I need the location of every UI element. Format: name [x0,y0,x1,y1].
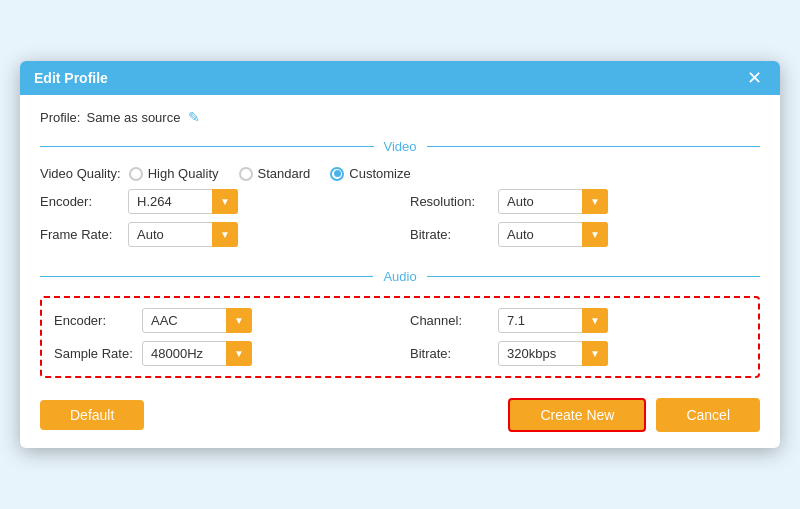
dialog-body: Profile: Same as source ✎ Video Video Qu… [20,95,780,448]
audio-bitrate-row: Bitrate: 320kbps 256kbps 192kbps 128kbps [410,341,746,366]
audio-encoder-select-wrapper: AAC MP3 AC3 [142,308,252,333]
audio-bitrate-select[interactable]: 320kbps 256kbps 192kbps 128kbps [498,341,608,366]
audio-bitrate-select-wrapper: 320kbps 256kbps 192kbps 128kbps [498,341,608,366]
audio-form-grid: Encoder: AAC MP3 AC3 Channel: 7 [54,308,746,366]
framerate-select[interactable]: Auto 23.97 30 [128,222,238,247]
title-bar: Edit Profile ✕ [20,61,780,95]
video-details-grid: Encoder: H.264 H.265 MPEG-4 Resolution: … [40,189,760,247]
radio-customize [330,167,344,181]
quality-high-label: High Quality [148,166,219,181]
video-section-header: Video [40,139,760,154]
video-bitrate-row: Bitrate: Auto 8000k 4000k [410,222,760,247]
video-line-right [427,146,761,147]
audio-section-title: Audio [373,269,426,284]
radio-dot [334,170,341,177]
video-line-left [40,146,374,147]
channel-select[interactable]: 7.1 5.1 Stereo Mono [498,308,608,333]
video-bitrate-select-wrapper: Auto 8000k 4000k [498,222,608,247]
resolution-select-wrapper: Auto 1920x1080 1280x720 [498,189,608,214]
cancel-button[interactable]: Cancel [656,398,760,432]
framerate-label: Frame Rate: [40,227,120,242]
framerate-select-wrapper: Auto 23.97 30 [128,222,238,247]
footer-row: Default Create New Cancel [40,394,760,432]
create-new-button[interactable]: Create New [508,398,646,432]
quality-option-standard[interactable]: Standard [239,166,311,181]
video-bitrate-label: Bitrate: [410,227,490,242]
right-buttons: Create New Cancel [508,398,760,432]
close-button[interactable]: ✕ [743,69,766,87]
video-bitrate-select[interactable]: Auto 8000k 4000k [498,222,608,247]
radio-high [129,167,143,181]
encoder-row: Encoder: H.264 H.265 MPEG-4 [40,189,390,214]
audio-highlighted-section: Encoder: AAC MP3 AC3 Channel: 7 [40,296,760,378]
video-section-title: Video [374,139,427,154]
encoder-select[interactable]: H.264 H.265 MPEG-4 [128,189,238,214]
video-quality-label: Video Quality: [40,166,121,181]
audio-line-left [40,276,373,277]
audio-encoder-label: Encoder: [54,313,134,328]
edit-icon[interactable]: ✎ [188,109,200,125]
audio-encoder-row: Encoder: AAC MP3 AC3 [54,308,390,333]
audio-line-right [427,276,760,277]
channel-select-wrapper: 7.1 5.1 Stereo Mono [498,308,608,333]
samplerate-select[interactable]: 48000Hz 44100Hz 22050Hz [142,341,252,366]
resolution-select[interactable]: Auto 1920x1080 1280x720 [498,189,608,214]
samplerate-label: Sample Rate: [54,346,134,361]
dialog-title: Edit Profile [34,70,108,86]
edit-profile-dialog: Edit Profile ✕ Profile: Same as source ✎… [20,61,780,448]
audio-section-header: Audio [40,269,760,284]
audio-encoder-select[interactable]: AAC MP3 AC3 [142,308,252,333]
resolution-label: Resolution: [410,194,490,209]
encoder-label: Encoder: [40,194,120,209]
encoder-select-wrapper: H.264 H.265 MPEG-4 [128,189,238,214]
quality-option-high[interactable]: High Quality [129,166,219,181]
samplerate-select-wrapper: 48000Hz 44100Hz 22050Hz [142,341,252,366]
profile-value: Same as source [86,110,180,125]
video-quality-row: Video Quality: High Quality Standard Cus… [40,166,760,181]
quality-customize-label: Customize [349,166,410,181]
channel-row: Channel: 7.1 5.1 Stereo Mono [410,308,746,333]
radio-standard [239,167,253,181]
quality-standard-label: Standard [258,166,311,181]
channel-label: Channel: [410,313,490,328]
profile-label: Profile: [40,110,80,125]
quality-option-customize[interactable]: Customize [330,166,410,181]
resolution-row: Resolution: Auto 1920x1080 1280x720 [410,189,760,214]
default-button[interactable]: Default [40,400,144,430]
video-quality-options: High Quality Standard Customize [129,166,411,181]
section-gap [40,255,760,269]
profile-row: Profile: Same as source ✎ [40,109,760,125]
framerate-row: Frame Rate: Auto 23.97 30 [40,222,390,247]
samplerate-row: Sample Rate: 48000Hz 44100Hz 22050Hz [54,341,390,366]
audio-bitrate-label: Bitrate: [410,346,490,361]
